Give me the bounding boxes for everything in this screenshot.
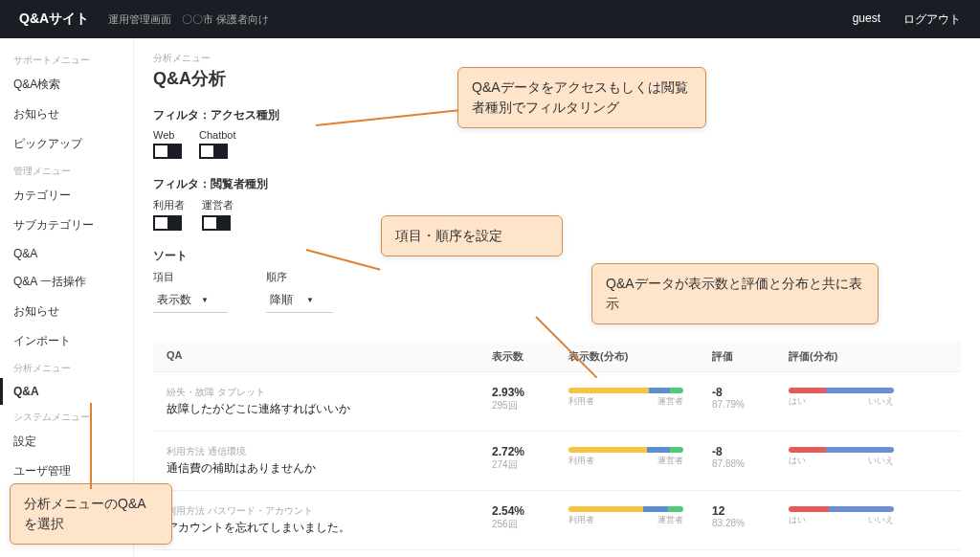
filter-chatbot-toggle[interactable] bbox=[199, 144, 228, 159]
qa-title: 通信費の補助はありませんか bbox=[167, 460, 492, 477]
rating-pct: 83.28% bbox=[712, 518, 789, 528]
sidebar-item[interactable]: ユーザ管理 bbox=[0, 457, 133, 486]
sort-item-value: 表示数 bbox=[157, 292, 191, 308]
callout-line bbox=[90, 403, 92, 489]
sidebar-section-label: サポートメニュー bbox=[0, 48, 133, 70]
header: Q&Aサイト 運用管理画面 〇〇市 保護者向け guest ログアウト bbox=[0, 0, 980, 38]
sidebar-item[interactable]: カテゴリー bbox=[0, 181, 133, 211]
sidebar-item[interactable]: Q&A検索 bbox=[0, 70, 133, 100]
filter-user-toggle[interactable] bbox=[153, 215, 182, 231]
dist-label-right: 運営者 bbox=[657, 455, 683, 467]
sort-item-select[interactable]: 表示数 ▼ bbox=[153, 288, 228, 313]
breadcrumb: 分析メニュー bbox=[153, 52, 961, 65]
callout-filter: Q&Aデータをアクセスもしくは閲覧者種別でフィルタリング bbox=[457, 67, 706, 128]
table-row[interactable]: 利用方法 パスワード・アカウントアカウントを忘れてしまいました。2.54%256… bbox=[153, 491, 961, 550]
filter-web-toggle[interactable] bbox=[153, 144, 182, 159]
callout-menu: 分析メニューのQ&Aを選択 bbox=[10, 483, 172, 545]
rating-value: -8 bbox=[712, 445, 789, 458]
rating-label-no: いいえ bbox=[868, 455, 894, 467]
rating-label-yes: はい bbox=[789, 514, 806, 526]
qa-cats: 利用方法 パスワード・アカウント bbox=[167, 504, 492, 518]
views-count: 295回 bbox=[492, 399, 568, 412]
th-rating: 評価 bbox=[712, 349, 789, 364]
dist-label-right: 運営者 bbox=[657, 395, 683, 408]
rating-value: -8 bbox=[712, 386, 789, 399]
rating-label-no: いいえ bbox=[868, 514, 894, 526]
sidebar-item[interactable]: お知らせ bbox=[0, 297, 133, 326]
rating-pct: 87.88% bbox=[712, 458, 789, 469]
qa-title: 故障したがどこに連絡すればいいか bbox=[167, 401, 492, 417]
rating-pct: 87.79% bbox=[712, 399, 789, 410]
sidebar-item[interactable]: 設定 bbox=[0, 427, 133, 457]
dist-label-left: 利用者 bbox=[568, 514, 594, 526]
filter-user-label: 利用者 bbox=[153, 198, 185, 212]
qa-table: QA 表示数 表示数(分布) 評価 評価(分布) 紛失・故障 タブレット故障した… bbox=[153, 342, 961, 550]
th-views: 表示数 bbox=[492, 349, 568, 364]
rating-value: 12 bbox=[712, 504, 789, 518]
th-viewsdist: 表示数(分布) bbox=[568, 349, 712, 364]
filter-viewer-label: フィルタ：閲覧者種別 bbox=[153, 176, 961, 192]
sort-order-value: 降順 bbox=[270, 292, 293, 308]
callout-sort: 項目・順序を設定 bbox=[381, 215, 563, 256]
dist-label-left: 利用者 bbox=[568, 395, 594, 408]
sidebar-item[interactable]: Q&A bbox=[0, 240, 133, 267]
filter-admin-toggle[interactable] bbox=[202, 215, 231, 231]
table-row[interactable]: 利用方法 通信環境通信費の補助はありませんか2.72%274回利用者運営者-88… bbox=[153, 432, 961, 491]
th-qa: QA bbox=[167, 349, 492, 364]
filter-chatbot-label: Chatbot bbox=[199, 129, 236, 141]
table-header: QA 表示数 表示数(分布) 評価 評価(分布) bbox=[153, 342, 961, 372]
views-pct: 2.54% bbox=[492, 504, 568, 518]
sidebar: サポートメニューQ&A検索お知らせピックアップ管理メニューカテゴリーサブカテゴリ… bbox=[0, 38, 134, 557]
header-subtitle: 運用管理画面 〇〇市 保護者向け bbox=[108, 12, 269, 27]
views-pct: 2.93% bbox=[492, 386, 568, 399]
filter-admin-label: 運営者 bbox=[202, 198, 234, 212]
qa-cats: 利用方法 通信環境 bbox=[167, 445, 492, 458]
user-label[interactable]: guest bbox=[853, 11, 880, 28]
qa-title: アカウントを忘れてしまいました。 bbox=[167, 520, 492, 536]
dist-label-left: 利用者 bbox=[568, 455, 594, 467]
sidebar-item[interactable]: ピックアップ bbox=[0, 129, 133, 159]
caret-down-icon: ▼ bbox=[201, 296, 209, 304]
filter-web-label: Web bbox=[153, 129, 174, 141]
caret-down-icon: ▼ bbox=[306, 296, 314, 304]
sidebar-item[interactable]: お知らせ bbox=[0, 100, 133, 129]
sidebar-item[interactable]: インポート bbox=[0, 326, 133, 356]
callout-table: Q&Aデータが表示数と評価と分布と共に表示 bbox=[591, 263, 879, 324]
views-count: 274回 bbox=[492, 458, 568, 472]
sort-item-label: 項目 bbox=[153, 270, 228, 284]
rating-label-yes: はい bbox=[789, 395, 806, 408]
sidebar-section-label: システムメニュー bbox=[0, 405, 133, 427]
logout-button[interactable]: ログアウト bbox=[903, 11, 961, 28]
sort-order-label: 順序 bbox=[266, 270, 333, 284]
qa-cats: 紛失・故障 タブレット bbox=[167, 386, 492, 399]
dist-label-right: 運営者 bbox=[657, 514, 683, 526]
sidebar-item[interactable]: Q&A 一括操作 bbox=[0, 267, 133, 297]
views-pct: 2.72% bbox=[492, 445, 568, 458]
sidebar-item[interactable]: Q&A bbox=[0, 378, 133, 405]
table-row[interactable]: 紛失・故障 タブレット故障したがどこに連絡すればいいか2.93%295回利用者運… bbox=[153, 372, 961, 432]
th-ratingdist: 評価(分布) bbox=[789, 349, 913, 364]
brand: Q&Aサイト bbox=[19, 11, 89, 28]
views-count: 256回 bbox=[492, 518, 568, 531]
sidebar-section-label: 管理メニュー bbox=[0, 159, 133, 181]
rating-label-no: いいえ bbox=[868, 395, 894, 408]
sidebar-item[interactable]: サブカテゴリー bbox=[0, 211, 133, 240]
rating-label-yes: はい bbox=[789, 455, 806, 467]
sort-order-select[interactable]: 降順 ▼ bbox=[266, 288, 333, 313]
sidebar-section-label: 分析メニュー bbox=[0, 356, 133, 378]
